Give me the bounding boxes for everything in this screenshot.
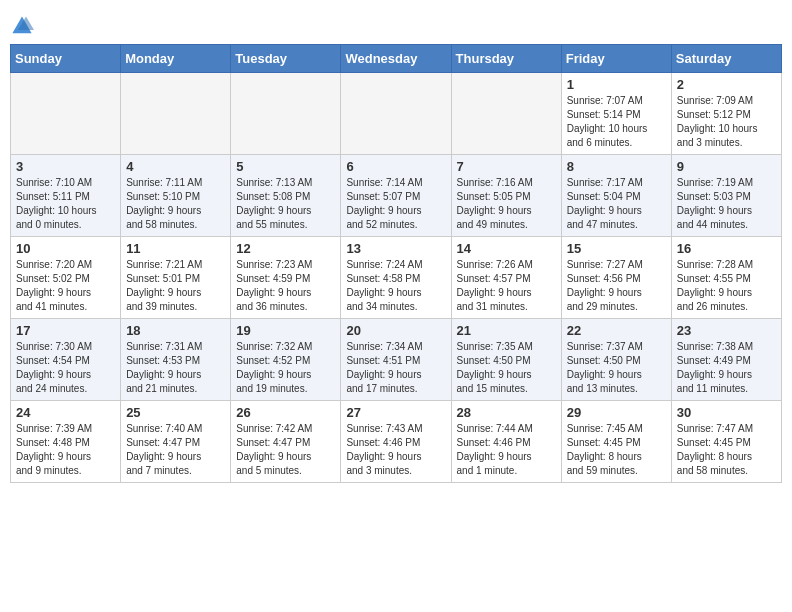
day-info: Sunrise: 7:44 AM Sunset: 4:46 PM Dayligh… (457, 422, 556, 478)
calendar-cell: 10Sunrise: 7:20 AM Sunset: 5:02 PM Dayli… (11, 237, 121, 319)
calendar-cell (231, 73, 341, 155)
calendar-cell: 8Sunrise: 7:17 AM Sunset: 5:04 PM Daylig… (561, 155, 671, 237)
calendar-cell: 16Sunrise: 7:28 AM Sunset: 4:55 PM Dayli… (671, 237, 781, 319)
calendar-week-row: 24Sunrise: 7:39 AM Sunset: 4:48 PM Dayli… (11, 401, 782, 483)
day-info: Sunrise: 7:10 AM Sunset: 5:11 PM Dayligh… (16, 176, 115, 232)
day-info: Sunrise: 7:34 AM Sunset: 4:51 PM Dayligh… (346, 340, 445, 396)
day-number: 24 (16, 405, 115, 420)
day-number: 7 (457, 159, 556, 174)
weekday-header-monday: Monday (121, 45, 231, 73)
weekday-header-sunday: Sunday (11, 45, 121, 73)
day-info: Sunrise: 7:28 AM Sunset: 4:55 PM Dayligh… (677, 258, 776, 314)
logo (10, 14, 36, 38)
calendar-cell: 17Sunrise: 7:30 AM Sunset: 4:54 PM Dayli… (11, 319, 121, 401)
day-info: Sunrise: 7:21 AM Sunset: 5:01 PM Dayligh… (126, 258, 225, 314)
day-number: 3 (16, 159, 115, 174)
day-number: 2 (677, 77, 776, 92)
day-info: Sunrise: 7:32 AM Sunset: 4:52 PM Dayligh… (236, 340, 335, 396)
day-info: Sunrise: 7:13 AM Sunset: 5:08 PM Dayligh… (236, 176, 335, 232)
day-info: Sunrise: 7:45 AM Sunset: 4:45 PM Dayligh… (567, 422, 666, 478)
day-info: Sunrise: 7:43 AM Sunset: 4:46 PM Dayligh… (346, 422, 445, 478)
day-info: Sunrise: 7:35 AM Sunset: 4:50 PM Dayligh… (457, 340, 556, 396)
calendar-cell: 20Sunrise: 7:34 AM Sunset: 4:51 PM Dayli… (341, 319, 451, 401)
day-info: Sunrise: 7:38 AM Sunset: 4:49 PM Dayligh… (677, 340, 776, 396)
day-number: 8 (567, 159, 666, 174)
day-info: Sunrise: 7:19 AM Sunset: 5:03 PM Dayligh… (677, 176, 776, 232)
calendar-cell: 3Sunrise: 7:10 AM Sunset: 5:11 PM Daylig… (11, 155, 121, 237)
day-number: 1 (567, 77, 666, 92)
day-info: Sunrise: 7:14 AM Sunset: 5:07 PM Dayligh… (346, 176, 445, 232)
calendar-cell: 14Sunrise: 7:26 AM Sunset: 4:57 PM Dayli… (451, 237, 561, 319)
day-number: 14 (457, 241, 556, 256)
calendar-cell (341, 73, 451, 155)
day-info: Sunrise: 7:26 AM Sunset: 4:57 PM Dayligh… (457, 258, 556, 314)
day-info: Sunrise: 7:42 AM Sunset: 4:47 PM Dayligh… (236, 422, 335, 478)
calendar-cell: 25Sunrise: 7:40 AM Sunset: 4:47 PM Dayli… (121, 401, 231, 483)
calendar-cell (451, 73, 561, 155)
day-info: Sunrise: 7:31 AM Sunset: 4:53 PM Dayligh… (126, 340, 225, 396)
day-number: 5 (236, 159, 335, 174)
calendar-cell (121, 73, 231, 155)
day-number: 4 (126, 159, 225, 174)
calendar-cell: 24Sunrise: 7:39 AM Sunset: 4:48 PM Dayli… (11, 401, 121, 483)
day-number: 20 (346, 323, 445, 338)
day-info: Sunrise: 7:07 AM Sunset: 5:14 PM Dayligh… (567, 94, 666, 150)
day-info: Sunrise: 7:30 AM Sunset: 4:54 PM Dayligh… (16, 340, 115, 396)
calendar-cell: 6Sunrise: 7:14 AM Sunset: 5:07 PM Daylig… (341, 155, 451, 237)
day-number: 28 (457, 405, 556, 420)
day-number: 9 (677, 159, 776, 174)
calendar-week-row: 3Sunrise: 7:10 AM Sunset: 5:11 PM Daylig… (11, 155, 782, 237)
day-info: Sunrise: 7:09 AM Sunset: 5:12 PM Dayligh… (677, 94, 776, 150)
header-row: SundayMondayTuesdayWednesdayThursdayFrid… (11, 45, 782, 73)
calendar-cell: 5Sunrise: 7:13 AM Sunset: 5:08 PM Daylig… (231, 155, 341, 237)
day-number: 27 (346, 405, 445, 420)
day-number: 11 (126, 241, 225, 256)
calendar-body: 1Sunrise: 7:07 AM Sunset: 5:14 PM Daylig… (11, 73, 782, 483)
day-number: 30 (677, 405, 776, 420)
day-number: 10 (16, 241, 115, 256)
calendar-week-row: 10Sunrise: 7:20 AM Sunset: 5:02 PM Dayli… (11, 237, 782, 319)
calendar-cell: 9Sunrise: 7:19 AM Sunset: 5:03 PM Daylig… (671, 155, 781, 237)
calendar-cell: 18Sunrise: 7:31 AM Sunset: 4:53 PM Dayli… (121, 319, 231, 401)
calendar-cell: 29Sunrise: 7:45 AM Sunset: 4:45 PM Dayli… (561, 401, 671, 483)
calendar-cell: 21Sunrise: 7:35 AM Sunset: 4:50 PM Dayli… (451, 319, 561, 401)
day-number: 21 (457, 323, 556, 338)
day-number: 29 (567, 405, 666, 420)
day-number: 15 (567, 241, 666, 256)
day-number: 26 (236, 405, 335, 420)
calendar-cell: 27Sunrise: 7:43 AM Sunset: 4:46 PM Dayli… (341, 401, 451, 483)
day-info: Sunrise: 7:24 AM Sunset: 4:58 PM Dayligh… (346, 258, 445, 314)
day-info: Sunrise: 7:39 AM Sunset: 4:48 PM Dayligh… (16, 422, 115, 478)
day-info: Sunrise: 7:37 AM Sunset: 4:50 PM Dayligh… (567, 340, 666, 396)
calendar-cell: 15Sunrise: 7:27 AM Sunset: 4:56 PM Dayli… (561, 237, 671, 319)
day-number: 6 (346, 159, 445, 174)
day-number: 22 (567, 323, 666, 338)
calendar-cell: 2Sunrise: 7:09 AM Sunset: 5:12 PM Daylig… (671, 73, 781, 155)
day-info: Sunrise: 7:47 AM Sunset: 4:45 PM Dayligh… (677, 422, 776, 478)
calendar-cell: 11Sunrise: 7:21 AM Sunset: 5:01 PM Dayli… (121, 237, 231, 319)
calendar-week-row: 1Sunrise: 7:07 AM Sunset: 5:14 PM Daylig… (11, 73, 782, 155)
calendar-cell: 7Sunrise: 7:16 AM Sunset: 5:05 PM Daylig… (451, 155, 561, 237)
page-header (10, 10, 782, 38)
calendar-cell: 4Sunrise: 7:11 AM Sunset: 5:10 PM Daylig… (121, 155, 231, 237)
calendar-cell: 22Sunrise: 7:37 AM Sunset: 4:50 PM Dayli… (561, 319, 671, 401)
logo-icon (10, 14, 34, 38)
day-number: 25 (126, 405, 225, 420)
calendar-table: SundayMondayTuesdayWednesdayThursdayFrid… (10, 44, 782, 483)
calendar-cell: 30Sunrise: 7:47 AM Sunset: 4:45 PM Dayli… (671, 401, 781, 483)
day-info: Sunrise: 7:11 AM Sunset: 5:10 PM Dayligh… (126, 176, 225, 232)
calendar-cell: 12Sunrise: 7:23 AM Sunset: 4:59 PM Dayli… (231, 237, 341, 319)
calendar-cell: 26Sunrise: 7:42 AM Sunset: 4:47 PM Dayli… (231, 401, 341, 483)
calendar-cell (11, 73, 121, 155)
weekday-header-wednesday: Wednesday (341, 45, 451, 73)
day-info: Sunrise: 7:27 AM Sunset: 4:56 PM Dayligh… (567, 258, 666, 314)
calendar-cell: 28Sunrise: 7:44 AM Sunset: 4:46 PM Dayli… (451, 401, 561, 483)
calendar-header: SundayMondayTuesdayWednesdayThursdayFrid… (11, 45, 782, 73)
day-number: 12 (236, 241, 335, 256)
day-number: 17 (16, 323, 115, 338)
day-info: Sunrise: 7:20 AM Sunset: 5:02 PM Dayligh… (16, 258, 115, 314)
day-info: Sunrise: 7:17 AM Sunset: 5:04 PM Dayligh… (567, 176, 666, 232)
calendar-cell: 19Sunrise: 7:32 AM Sunset: 4:52 PM Dayli… (231, 319, 341, 401)
calendar-cell: 23Sunrise: 7:38 AM Sunset: 4:49 PM Dayli… (671, 319, 781, 401)
day-number: 13 (346, 241, 445, 256)
